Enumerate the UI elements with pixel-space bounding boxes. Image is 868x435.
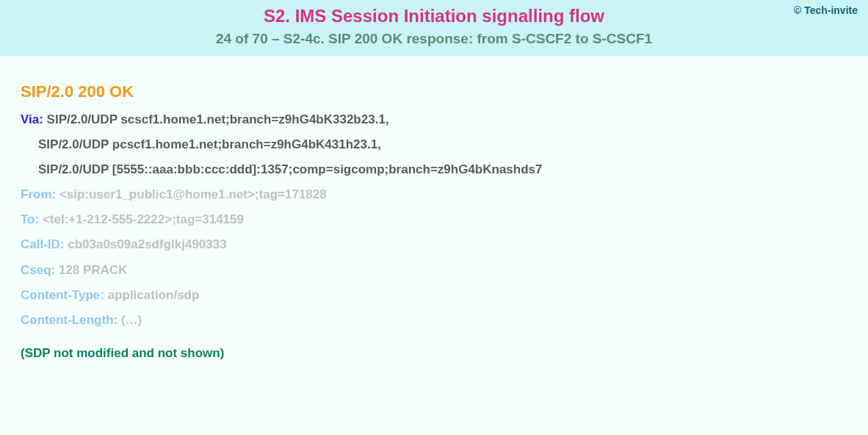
cseq-header: Cseq: 128 PRACK xyxy=(21,262,847,278)
content-type-label: Content-Type: xyxy=(21,288,104,302)
via-header-line1: Via: SIP/2.0/UDP scscf1.home1.net;branch… xyxy=(21,112,847,128)
from-value: <sip:user1_public1@home1.net>;tag=171828 xyxy=(56,187,327,201)
sip-status-line: SIP/2.0 200 OK xyxy=(21,82,847,101)
call-id-header: Call-ID: cb03a0s09a2sdfglkj490333 xyxy=(21,237,847,253)
via-value-1: SIP/2.0/UDP scscf1.home1.net;branch=z9hG… xyxy=(43,112,389,126)
page-title: S2. IMS Session Initiation signalling fl… xyxy=(0,6,868,26)
sdp-note: (SDP not modified and not shown) xyxy=(21,346,847,361)
to-label: To: xyxy=(21,212,39,226)
content-type-header: Content-Type: application/sdp xyxy=(21,287,847,303)
page-subtitle: 24 of 70 – S2-4c. SIP 200 OK response: f… xyxy=(0,31,868,47)
via-label: Via: xyxy=(21,112,43,126)
header-band: © Tech-invite S2. IMS Session Initiation… xyxy=(0,0,868,56)
from-header: From: <sip:user1_public1@home1.net>;tag=… xyxy=(21,187,847,203)
content-length-value: (…) xyxy=(117,313,142,327)
content-length-label: Content-Length: xyxy=(21,313,117,327)
content-length-header: Content-Length: (…) xyxy=(21,312,847,328)
call-id-value: cb03a0s09a2sdfglkj490333 xyxy=(65,237,227,251)
copyright-text: © Tech-invite xyxy=(794,4,858,16)
cseq-value: 128 PRACK xyxy=(55,263,127,277)
via-value-2: SIP/2.0/UDP pcscf1.home1.net;branch=z9hG… xyxy=(38,137,381,151)
from-label: From: xyxy=(21,187,56,201)
content-type-value: application/sdp xyxy=(104,288,199,302)
via-header-line2: SIP/2.0/UDP pcscf1.home1.net;branch=z9hG… xyxy=(21,137,847,153)
cseq-label: Cseq: xyxy=(21,263,55,277)
to-header: To: <tel:+1-212-555-2222>;tag=314159 xyxy=(21,212,847,228)
via-header-line3: SIP/2.0/UDP [5555::aaa:bbb:ccc:ddd]:1357… xyxy=(21,162,847,178)
to-value: <tel:+1-212-555-2222>;tag=314159 xyxy=(39,212,244,226)
sip-message-content: SIP/2.0 200 OK Via: SIP/2.0/UDP scscf1.h… xyxy=(0,56,868,375)
via-value-3: SIP/2.0/UDP [5555::aaa:bbb:ccc:ddd]:1357… xyxy=(38,162,543,176)
call-id-label: Call-ID: xyxy=(21,237,65,251)
